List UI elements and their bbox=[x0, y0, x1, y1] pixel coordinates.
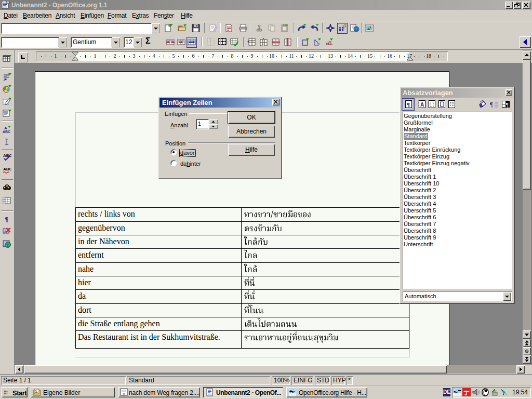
svg-text:¶: ¶ bbox=[5, 215, 8, 223]
svg-text:A: A bbox=[420, 102, 424, 108]
svg-text:ABC: ABC bbox=[3, 130, 10, 134]
svg-text:¶: ¶ bbox=[506, 102, 509, 108]
svg-text:ABC: ABC bbox=[3, 153, 11, 158]
svg-text:¶: ¶ bbox=[490, 101, 493, 108]
svg-text:ABC: ABC bbox=[3, 167, 11, 171]
svg-text:¶: ¶ bbox=[407, 101, 410, 108]
